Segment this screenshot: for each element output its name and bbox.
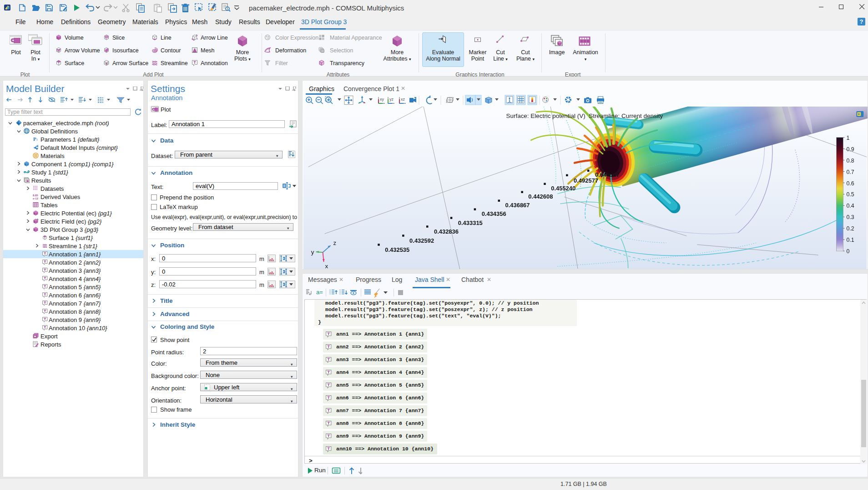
svg-text:0.434356: 0.434356 [482,210,506,217]
svg-text:?: ? [860,18,863,25]
svg-text:0.1: 0.1 [846,237,854,243]
svg-text:yz: yz [389,97,394,102]
svg-text:0.432592: 0.432592 [409,237,434,244]
svg-text:0.8: 0.8 [846,158,854,164]
svg-text:0.5: 0.5 [846,191,854,198]
svg-text:0.644517: 0.644517 [595,171,620,178]
svg-text:0.2: 0.2 [846,225,854,232]
svg-text:0.4: 0.4 [846,203,854,209]
svg-text:0.436867: 0.436867 [505,202,530,209]
svg-text:xz: xz [401,97,405,102]
svg-text:1: 1 [846,135,849,141]
svg-text:y: y [311,249,314,255]
svg-text:0.7: 0.7 [846,169,854,175]
svg-text:x: x [325,263,328,269]
svg-text:z: z [333,240,337,246]
svg-text:0.432836: 0.432836 [434,228,459,235]
svg-text:0.9: 0.9 [846,146,854,153]
svg-text:0.433315: 0.433315 [458,219,483,226]
svg-text:0.432535: 0.432535 [385,246,409,253]
svg-text:xy: xy [380,97,384,102]
svg-text:0.455240: 0.455240 [551,185,575,192]
svg-text:Surface: Electric potential (V: Surface: Electric potential (V) Streamli… [506,112,663,119]
svg-text:0.492577: 0.492577 [574,177,598,184]
svg-text:0: 0 [846,248,849,255]
svg-text:0.6: 0.6 [846,180,854,187]
svg-text:0.3: 0.3 [846,214,854,220]
svg-text:a=: a= [316,289,323,296]
svg-text:0.442608: 0.442608 [528,193,553,200]
